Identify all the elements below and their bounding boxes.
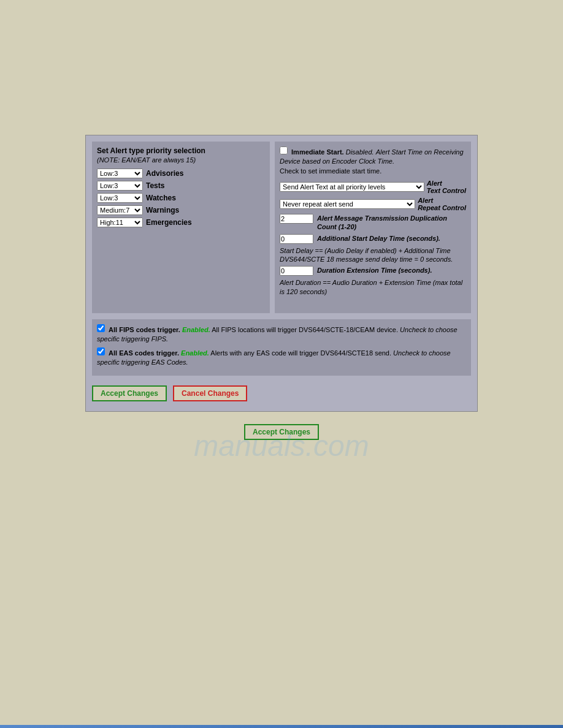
bottom-accept-row: Accept Changes	[244, 424, 319, 440]
left-panel-title: Set Alert type priority selection	[97, 146, 265, 155]
duration-extension-info: Alert Duration == Audio Duration + Exten…	[280, 278, 466, 296]
buttons-row: Accept Changes Cancel Changes	[92, 382, 471, 405]
left-panel-note: (NOTE: EAN/EAT are always 15)	[97, 156, 265, 164]
immediate-start-label: Immediate Start.	[291, 148, 344, 156]
warnings-label: Warnings	[146, 206, 179, 214]
left-panel: Set Alert type priority selection (NOTE:…	[92, 142, 270, 313]
alert-text-select[interactable]: Send Alert Text at all priority levels N…	[280, 182, 424, 192]
fips-row: All FIPS codes trigger. Enabled. All FIP…	[97, 324, 466, 344]
duplication-count-desc: Alert Message Transmission Duplication C…	[317, 214, 466, 232]
priority-row-advisories: Low:3 Low:1 Medium:7 High:11 Advisories	[97, 169, 265, 178]
duration-extension-input[interactable]	[280, 266, 313, 276]
cancel-changes-button[interactable]: Cancel Changes	[173, 385, 247, 401]
immediate-start-status: Disabled.	[346, 148, 374, 156]
start-delay-desc: Additional Start Delay Time (seconds).	[317, 234, 466, 243]
immediate-start-check-label: Check to set immediate start time.	[280, 167, 381, 175]
eas-bold-label: All EAS codes trigger.	[109, 349, 179, 357]
top-section: Set Alert type priority selection (NOTE:…	[92, 142, 471, 313]
duration-extension-row: Duration Extension Time (seconds).	[280, 266, 466, 276]
repeat-label: AlertRepeat Control	[418, 197, 466, 211]
watches-label: Watches	[146, 194, 176, 202]
tests-select[interactable]: Low:3 Low:1 Medium:7 High:11	[97, 181, 143, 191]
right-panel: Immediate Start. Disabled. Alert Start T…	[275, 142, 471, 313]
advisories-label: Advisories	[146, 169, 183, 178]
main-panel: Set Alert type priority selection (NOTE:…	[85, 135, 478, 412]
alert-text-row: Send Alert Text at all priority levels N…	[280, 180, 466, 194]
bottom-bar	[0, 725, 563, 728]
immediate-start-checkbox[interactable]	[280, 146, 288, 154]
eas-desc: Alerts with any EAS code will trigger DV…	[210, 349, 391, 357]
alert-text-label: AlertText Control	[427, 180, 466, 194]
bottom-accept-button[interactable]: Accept Changes	[244, 424, 319, 440]
watches-select[interactable]: Low:3 Low:1 Medium:7 High:11	[97, 193, 143, 203]
emergencies-select[interactable]: Low:3 Medium:7 High:11	[97, 218, 143, 227]
warnings-select[interactable]: Low:3 Medium:7 High:11	[97, 205, 143, 215]
advisories-select[interactable]: Low:3 Low:1 Medium:7 High:11	[97, 169, 143, 178]
immediate-start-section: Immediate Start. Disabled. Alert Start T…	[280, 146, 466, 176]
fips-enabled-label: Enabled.	[182, 326, 210, 333]
fips-bold-label: All FIPS codes trigger.	[109, 326, 180, 333]
priority-row-watches: Low:3 Low:1 Medium:7 High:11 Watches	[97, 193, 265, 203]
repeat-select[interactable]: Never repeat alert send Repeat once Repe…	[280, 199, 415, 209]
priority-row-emergencies: Low:3 Medium:7 High:11 Emergencies	[97, 218, 265, 227]
priority-row-warnings: Low:3 Medium:7 High:11 Warnings	[97, 205, 265, 215]
bottom-checkboxes-section: All FIPS codes trigger. Enabled. All FIP…	[92, 319, 471, 376]
duration-extension-desc: Duration Extension Time (seconds).	[317, 266, 466, 275]
start-delay-input[interactable]	[280, 234, 313, 244]
duplication-count-input[interactable]	[280, 214, 313, 224]
accept-changes-button[interactable]: Accept Changes	[92, 385, 167, 401]
eas-row: All EAS codes trigger. Enabled. Alerts w…	[97, 347, 466, 368]
start-delay-info: Start Delay == (Audio Delay if enabled) …	[280, 246, 466, 264]
eas-enabled-label: Enabled.	[181, 349, 209, 357]
repeat-row: Never repeat alert send Repeat once Repe…	[280, 197, 466, 211]
emergencies-label: Emergencies	[146, 218, 192, 227]
eas-checkbox[interactable]	[97, 347, 105, 355]
duplication-count-row: Alert Message Transmission Duplication C…	[280, 214, 466, 232]
fips-checkbox[interactable]	[97, 324, 105, 332]
fips-desc: All FIPS locations will trigger DVS644/S…	[212, 326, 398, 333]
start-delay-row: Additional Start Delay Time (seconds).	[280, 234, 466, 244]
tests-label: Tests	[146, 181, 164, 190]
priority-row-tests: Low:3 Low:1 Medium:7 High:11 Tests	[97, 181, 265, 191]
